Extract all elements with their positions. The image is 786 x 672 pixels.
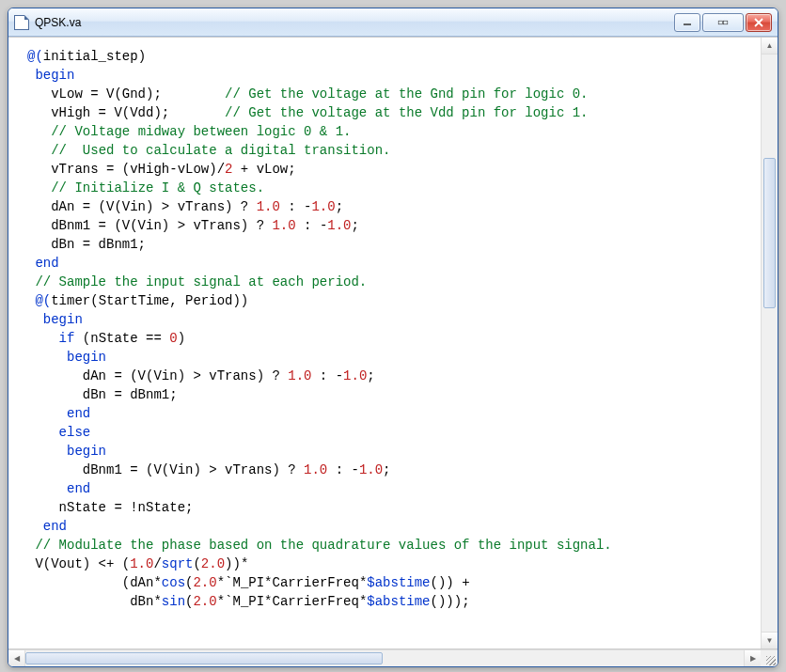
code-line[interactable]: // Initialize I & Q states. (27, 179, 753, 197)
scroll-left-arrow-icon[interactable]: ◀ (8, 650, 25, 666)
vertical-scroll-thumb[interactable] (763, 158, 776, 308)
maximize-button[interactable] (702, 13, 744, 32)
code-line[interactable]: else (27, 423, 753, 442)
code-line[interactable]: @(initial_step) (27, 47, 753, 66)
scroll-down-arrow-icon[interactable]: ▼ (762, 632, 778, 649)
window-controls (674, 13, 772, 32)
code-line[interactable]: end (27, 254, 753, 273)
code-line[interactable]: vHigh = V(Vdd); // Get the voltage at th… (27, 103, 753, 122)
code-line[interactable]: dBnm1 = (V(Vin) > vTrans) ? 1.0 : -1.0; (27, 461, 753, 479)
code-line[interactable]: // Modulate the phase based on the quadr… (27, 536, 753, 555)
vertical-scrollbar[interactable]: ▲ ▼ (761, 38, 778, 649)
code-line[interactable]: if (nState == 0) (27, 329, 753, 348)
code-line[interactable]: begin (27, 348, 753, 367)
horizontal-scroll-track[interactable] (25, 650, 744, 666)
svg-rect-1 (718, 21, 722, 24)
code-line[interactable]: dBnm1 = (V(Vin) > vTrans) ? 1.0 : -1.0; (27, 216, 753, 235)
close-button[interactable] (746, 13, 772, 32)
horizontal-scroll-thumb[interactable] (25, 652, 383, 664)
titlebar[interactable]: QPSK.va (8, 8, 778, 37)
code-line[interactable]: dBn = dBnm1; (27, 235, 753, 254)
file-icon (14, 15, 29, 30)
resize-grip[interactable] (761, 650, 778, 667)
code-line[interactable]: dBn*sin(2.0*`M_PI*CarrierFreq*$abstime()… (27, 592, 753, 611)
horizontal-scrollbar[interactable]: ◀ ▶ (8, 649, 778, 666)
code-line[interactable]: end (27, 517, 753, 536)
code-line[interactable]: begin (27, 442, 753, 461)
scroll-up-arrow-icon[interactable]: ▲ (762, 38, 778, 55)
code-line[interactable]: dBn = dBnm1; (27, 385, 753, 404)
svg-rect-2 (724, 21, 728, 24)
code-line[interactable]: dAn = (V(Vin) > vTrans) ? 1.0 : -1.0; (27, 367, 753, 385)
code-line[interactable]: // Voltage midway between logic 0 & 1. (27, 122, 753, 141)
editor-window: QPSK.va @(initial_step) begin vLow = V(G… (8, 8, 778, 667)
code-line[interactable]: // Sample the input signal at each perio… (27, 273, 753, 291)
code-line[interactable]: begin (27, 310, 753, 329)
window-title: QPSK.va (35, 16, 81, 29)
content-area: @(initial_step) begin vLow = V(Gnd); // … (8, 37, 778, 649)
code-line[interactable]: // Used to calculate a digital transitio… (27, 141, 753, 160)
minimize-button[interactable] (674, 13, 700, 32)
title-left: QPSK.va (14, 15, 81, 30)
scroll-right-arrow-icon[interactable]: ▶ (744, 650, 761, 666)
code-line[interactable]: dAn = (V(Vin) > vTrans) ? 1.0 : -1.0; (27, 197, 753, 216)
code-line[interactable]: @(timer(StartTime, Period)) (27, 291, 753, 310)
code-editor[interactable]: @(initial_step) begin vLow = V(Gnd); // … (8, 38, 761, 649)
code-line[interactable]: vTrans = (vHigh-vLow)/2 + vLow; (27, 160, 753, 179)
code-line[interactable]: vLow = V(Gnd); // Get the voltage at the… (27, 85, 753, 103)
code-line[interactable]: end (27, 479, 753, 498)
code-line[interactable]: end (27, 404, 753, 423)
vertical-scroll-track[interactable] (762, 55, 778, 632)
code-line[interactable]: begin (27, 66, 753, 85)
code-line[interactable]: nState = !nState; (27, 498, 753, 517)
code-line[interactable]: V(Vout) <+ (1.0/sqrt(2.0))* (27, 555, 753, 573)
code-line[interactable]: (dAn*cos(2.0*`M_PI*CarrierFreq*$abstime(… (27, 573, 753, 592)
